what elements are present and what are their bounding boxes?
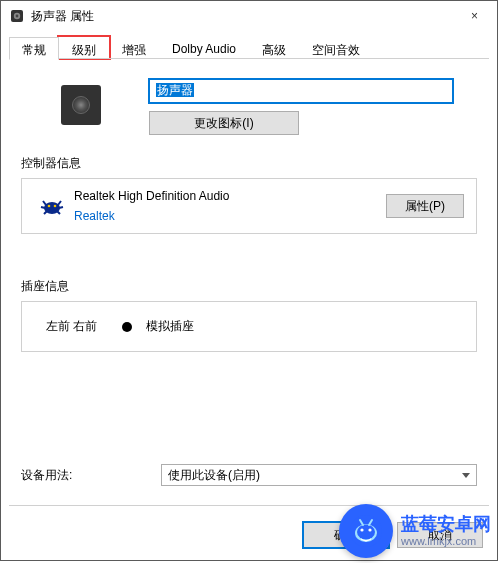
controller-name: Realtek High Definition Audio (74, 189, 386, 203)
button-label: 确定 (334, 528, 358, 542)
device-header-row: 扬声器 更改图标(I) (21, 79, 477, 135)
device-usage-row: 设备用法: 使用此设备(启用) (21, 464, 477, 486)
jack-groupbox: 左前 右前 模拟插座 (21, 301, 477, 352)
device-name-value: 扬声器 (156, 83, 194, 97)
controller-row: Realtek High Definition Audio Realtek 属性… (34, 189, 464, 223)
tab-dolby[interactable]: Dolby Audio (159, 37, 249, 59)
svg-point-5 (54, 205, 57, 208)
tab-general[interactable]: 常规 (9, 37, 59, 60)
device-large-icon (61, 85, 101, 125)
tab-levels[interactable]: 级别 (59, 37, 109, 59)
button-label: 属性(P) (405, 199, 445, 213)
device-usage-label: 设备用法: (21, 467, 161, 484)
tab-spatial[interactable]: 空间音效 (299, 37, 373, 59)
svg-point-2 (16, 15, 19, 18)
controller-properties-button[interactable]: 属性(P) (386, 194, 464, 218)
close-icon: × (471, 9, 478, 23)
tab-advanced[interactable]: 高级 (249, 37, 299, 59)
dialog-footer: 确定 取消 (303, 522, 483, 548)
tab-label: 高级 (262, 43, 286, 57)
device-usage-select[interactable]: 使用此设备(启用) (161, 464, 477, 486)
device-usage-value: 使用此设备(启用) (168, 467, 260, 484)
footer-separator (9, 505, 489, 506)
tab-label: 常规 (22, 43, 46, 57)
jack-section-label: 插座信息 (21, 278, 477, 295)
svg-point-4 (48, 205, 51, 208)
tab-label: 级别 (72, 43, 96, 57)
tab-bar: 常规 级别 增强 Dolby Audio 高级 空间音效 (1, 31, 497, 59)
dialog-window: 扬声器 属性 × 常规 级别 增强 Dolby Audio 高级 空间音效 扬声… (0, 0, 498, 561)
realtek-crab-icon (38, 192, 66, 220)
controller-section-label: 控制器信息 (21, 155, 477, 172)
jack-row: 左前 右前 模拟插座 (34, 312, 464, 341)
change-icon-button[interactable]: 更改图标(I) (149, 111, 299, 135)
close-button[interactable]: × (452, 1, 497, 31)
controller-text: Realtek High Definition Audio Realtek (74, 189, 386, 223)
speaker-titlebar-icon (9, 8, 25, 24)
ok-button[interactable]: 确定 (303, 522, 389, 548)
tab-label: 空间音效 (312, 43, 360, 57)
jack-type: 模拟插座 (146, 318, 194, 335)
tab-enhancements[interactable]: 增强 (109, 37, 159, 59)
jack-color-dot-icon (122, 322, 132, 332)
button-label: 取消 (428, 528, 452, 542)
titlebar: 扬声器 属性 × (1, 1, 497, 31)
device-name-stack: 扬声器 更改图标(I) (149, 79, 477, 135)
controller-groupbox: Realtek High Definition Audio Realtek 属性… (21, 178, 477, 234)
button-label: 更改图标(I) (194, 116, 253, 130)
tab-content-general: 扬声器 更改图标(I) 控制器信息 Realtek High Definitio… (1, 59, 497, 352)
jack-location: 左前 右前 (46, 318, 116, 335)
tab-label: 增强 (122, 43, 146, 57)
window-title: 扬声器 属性 (31, 8, 452, 25)
tab-label: Dolby Audio (172, 42, 236, 56)
device-name-input[interactable]: 扬声器 (149, 79, 453, 103)
controller-vendor-link[interactable]: Realtek (74, 209, 386, 223)
cancel-button[interactable]: 取消 (397, 522, 483, 548)
